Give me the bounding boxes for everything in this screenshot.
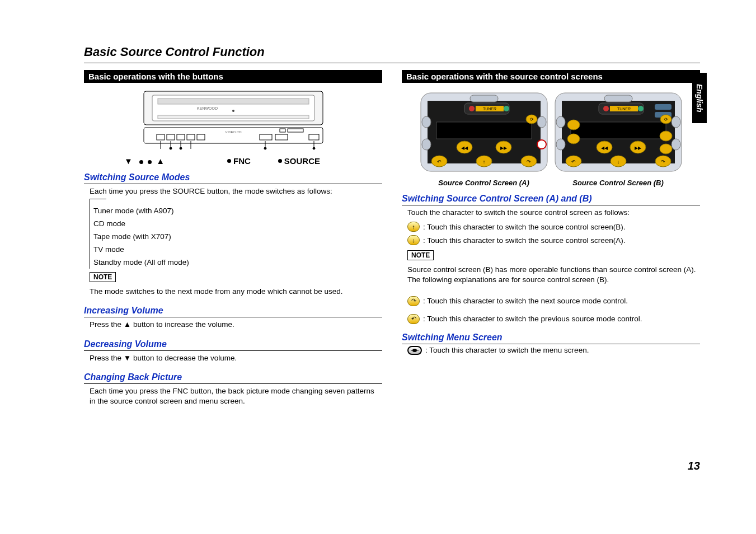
next-source-text: : Touch this character to switch the nex… — [423, 297, 628, 305]
note-text-right: Source control screen (B) has more opera… — [402, 263, 700, 287]
svg-rect-15 — [309, 134, 319, 140]
svg-point-64 — [638, 106, 644, 111]
note-text: The mode switches to the next mode from … — [84, 284, 382, 299]
arrow-up-icon: ↑ — [407, 222, 420, 232]
screen-a-caption: Source Control Screen (A) — [420, 179, 548, 187]
arrow-down-icon: ↓ — [407, 235, 420, 245]
svg-text:↑: ↑ — [482, 159, 485, 165]
switch-to-a-text: : Touch this character to switch the sou… — [423, 236, 625, 245]
increasing-volume-text: Press the ▲ button to increase the volum… — [84, 317, 382, 332]
svg-rect-10 — [177, 134, 185, 140]
note-label-right: NOTE — [407, 250, 434, 260]
changing-back-picture-text: Each time you press the FNC button, the … — [84, 384, 382, 409]
svg-point-27 — [313, 147, 315, 149]
svg-point-76 — [660, 131, 672, 141]
svg-point-84 — [412, 349, 417, 352]
mode-item: CD mode — [90, 217, 382, 230]
main-title: Basic Source Control Function — [84, 45, 700, 59]
left-bar-heading: Basic operations with the buttons — [84, 70, 382, 83]
language-tab: English — [692, 73, 707, 123]
svg-rect-5 — [158, 115, 309, 119]
arrow-next-icon: ↷ — [407, 296, 420, 306]
svg-point-34 — [537, 140, 546, 149]
svg-rect-9 — [167, 134, 175, 140]
increasing-volume-title: Increasing Volume — [84, 306, 382, 317]
svg-point-57 — [556, 139, 565, 150]
svg-point-77 — [660, 144, 672, 154]
switching-source-modes-title: Switching Source Modes — [84, 172, 382, 184]
menu-eye-icon — [407, 346, 422, 355]
svg-point-70 — [567, 120, 580, 130]
prev-source-text: : Touch this character to switch the pre… — [423, 315, 642, 323]
svg-point-59 — [672, 139, 680, 150]
decreasing-volume-title: Decreasing Volume — [84, 339, 382, 351]
mode-item: Standby mode (All off mode) — [90, 256, 382, 269]
svg-point-4 — [232, 110, 234, 112]
switching-ab-intro: Touch the character to switch the source… — [402, 205, 700, 220]
svg-point-39 — [504, 106, 509, 111]
svg-text:↓: ↓ — [617, 159, 619, 165]
svg-rect-40 — [436, 122, 532, 139]
svg-text:↶: ↶ — [437, 159, 442, 165]
svg-rect-13 — [260, 134, 272, 140]
svg-text:⟳: ⟳ — [664, 117, 668, 122]
svg-text:↶: ↶ — [571, 159, 576, 165]
screen-b-caption: Source Control Screen (B) — [554, 179, 683, 187]
svg-text:◀◀: ◀◀ — [461, 146, 468, 151]
svg-point-58 — [672, 116, 680, 128]
svg-point-22 — [180, 147, 182, 149]
main-rule — [84, 63, 700, 63]
mode-item: Tuner mode (with A907) — [90, 204, 382, 217]
svg-text:KENWOOD: KENWOOD — [197, 106, 218, 110]
switch-to-b-text: : Touch this character to switch the sou… — [423, 223, 625, 231]
button-legend: ▼ ▲ FNC SOURCE — [84, 156, 382, 166]
device-illustration: KENWOOD VIDEO CD — [84, 88, 382, 156]
svg-point-25 — [264, 147, 266, 149]
legend-source: SOURCE — [267, 156, 320, 166]
source-screen-b-illustration: TUNER ⟳ ◀◀ ▶▶ ↶ ↓ ↷ — [554, 88, 683, 175]
svg-point-31 — [422, 116, 431, 128]
svg-rect-11 — [187, 134, 195, 140]
switch-menu-text: : Touch this character to switch the men… — [425, 346, 589, 354]
svg-rect-14 — [275, 134, 288, 140]
decreasing-volume-text: Press the ▼ button to decrease the volum… — [84, 351, 382, 366]
page-number: 13 — [688, 460, 700, 472]
right-bar-heading: Basic operations with the source control… — [402, 70, 700, 83]
svg-rect-55 — [604, 95, 632, 102]
svg-point-71 — [567, 134, 580, 144]
svg-point-36 — [469, 106, 475, 111]
mode-item: TV mode — [90, 243, 382, 256]
svg-text:⟳: ⟳ — [529, 117, 533, 122]
arrow-prev-icon: ↶ — [407, 314, 420, 324]
svg-text:▶▶: ▶▶ — [500, 146, 508, 151]
mode-item: Tape mode (with X707) — [90, 230, 382, 243]
legend-fnc-label: FNC — [233, 156, 251, 166]
source-screen-a-illustration: TUNER ⟳ ◀◀ ▶▶ ↶ ↑ ↷ — [420, 88, 548, 175]
note-label: NOTE — [90, 272, 116, 282]
svg-rect-30 — [470, 95, 498, 102]
svg-point-33 — [537, 116, 546, 128]
switching-ab-title: Switching Source Control Screen (A) and … — [402, 194, 700, 205]
changing-back-picture-title: Changing Back Picture — [84, 372, 382, 384]
svg-rect-8 — [157, 134, 165, 140]
svg-rect-17 — [288, 129, 303, 132]
svg-text:TUNER: TUNER — [482, 107, 496, 111]
svg-rect-12 — [197, 134, 205, 140]
svg-point-32 — [422, 139, 431, 150]
svg-text:▶▶: ▶▶ — [635, 146, 642, 151]
svg-text:↷: ↷ — [661, 159, 665, 165]
svg-text:TUNER: TUNER — [617, 107, 630, 111]
legend-source-label: SOURCE — [284, 156, 320, 166]
svg-rect-67 — [571, 122, 666, 139]
svg-text:↷: ↷ — [527, 159, 531, 165]
switching-source-modes-intro: Each time you press the SOURCE button, t… — [84, 184, 382, 199]
svg-rect-65 — [655, 104, 672, 110]
svg-text:VIDEO CD: VIDEO CD — [225, 130, 242, 134]
legend-fnc: FNC — [211, 156, 267, 166]
switching-menu-title: Switching Menu Screen — [402, 332, 700, 344]
svg-rect-2 — [158, 99, 309, 104]
svg-rect-16 — [280, 129, 285, 132]
legend-triangles: ▼ ▲ — [124, 156, 180, 166]
svg-text:◀◀: ◀◀ — [601, 146, 608, 151]
svg-point-56 — [556, 116, 565, 128]
